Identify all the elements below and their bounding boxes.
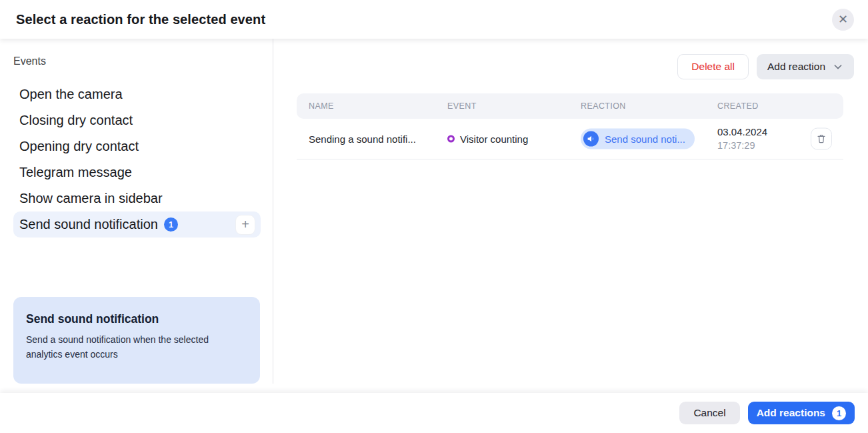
event-item-label: Open the camera [19,87,123,102]
event-item-show-camera-in-sidebar[interactable]: Show camera in sidebar [13,185,261,211]
reactions-toolbar: Delete all Add reaction [677,54,854,79]
modal-content: Events Open the camera Closing dry conta… [0,39,868,393]
event-name: Visitor counting [460,133,528,145]
created-date: 03.04.2024 [717,125,767,139]
event-item-label: Send sound notification [19,217,158,232]
info-card-description: Send a sound notification when the selec… [26,333,241,362]
reactions-panel: Delete all Add reaction NAME EVENT REACT… [274,39,868,393]
sound-icon [583,131,599,147]
event-item-label: Opening dry contact [19,139,139,154]
modal-header: Select a reaction for the selected event… [0,0,868,39]
trash-icon [816,133,827,145]
event-item-opening-dry-contact[interactable]: Opening dry contact [13,133,261,159]
reaction-modal: Select a reaction for the selected event… [0,0,868,433]
close-icon: ✕ [838,13,848,25]
column-header-event: EVENT [447,101,477,111]
column-header-reaction: REACTION [581,101,626,111]
modal-footer: Cancel Add reactions 1 [0,393,868,433]
event-item-send-sound-notification[interactable]: Send sound notification 1 + [13,211,261,238]
delete-row-button[interactable] [811,128,832,150]
column-header-created: CREATED [717,101,759,111]
event-item-label: Telegram message [19,165,132,180]
events-heading: Events [13,55,273,67]
cancel-button[interactable]: Cancel [679,402,739,424]
event-item-label: Closing dry contact [19,113,133,128]
selected-count-badge: 1 [164,218,178,232]
event-item-telegram-message[interactable]: Telegram message [13,159,261,185]
created-time: 17:37:29 [717,139,767,153]
add-reaction-label: Add reaction [767,61,825,73]
info-card-title: Send sound notification [26,312,247,326]
delete-all-button[interactable]: Delete all [677,54,749,79]
event-list: Open the camera Closing dry contact Open… [13,81,261,238]
event-info-card: Send sound notification Send a sound not… [13,297,260,384]
event-item-label: Show camera in sidebar [19,191,163,206]
event-item-closing-dry-contact[interactable]: Closing dry contact [13,107,261,133]
column-header-name: NAME [309,101,334,111]
table-header: NAME EVENT REACTION CREATED [297,93,843,119]
reaction-event-cell: Visitor counting [447,133,528,145]
reaction-created-cell: 03.04.2024 17:37:29 [717,125,767,153]
reaction-name-cell: Sending a sound notifi... [309,133,416,145]
reaction-type-cell: Send sound noti... [581,129,695,149]
add-event-reaction-button[interactable]: + [235,215,255,235]
chevron-down-icon [833,61,843,72]
reaction-label: Send sound noti... [605,133,685,145]
table-row: Sending a sound notifi... Visitor counti… [297,119,843,159]
reaction-badge: Send sound noti... [581,129,695,149]
add-reactions-count-badge: 1 [832,406,846,420]
events-sidebar: Events Open the camera Closing dry conta… [0,39,273,384]
add-reactions-button[interactable]: Add reactions 1 [748,402,855,424]
close-button[interactable]: ✕ [832,9,854,31]
add-reaction-dropdown-button[interactable]: Add reaction [757,54,854,79]
event-item-open-the-camera[interactable]: Open the camera [13,81,261,107]
modal-title: Select a reaction for the selected event [16,12,265,27]
add-reactions-label: Add reactions [757,407,825,419]
plus-icon: + [241,217,249,232]
event-ring-icon [447,135,455,143]
reactions-table: NAME EVENT REACTION CREATED Sending a so… [297,93,843,159]
